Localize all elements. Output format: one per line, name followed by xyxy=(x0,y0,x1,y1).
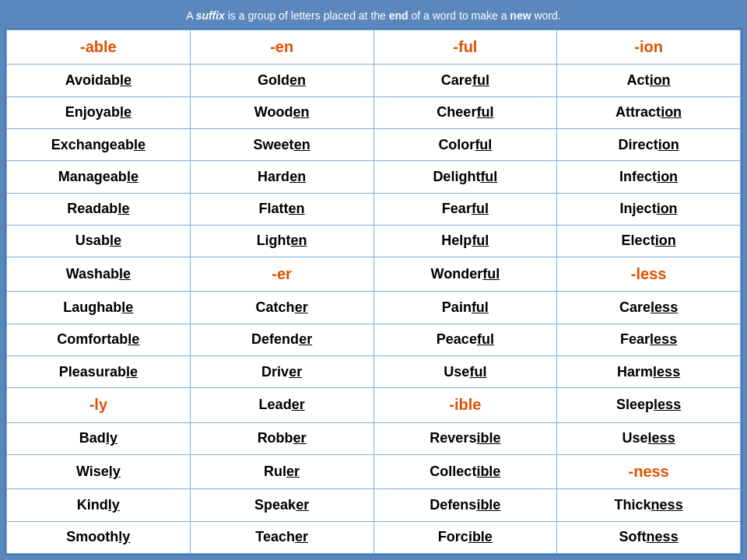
table-cell: Softness xyxy=(557,521,741,553)
word-suffix: ion xyxy=(657,201,678,216)
word-prefix: Infect xyxy=(619,169,657,184)
word-suffix: ly xyxy=(118,529,130,544)
table-cell: Useful xyxy=(374,356,557,388)
table-cell: Comfortable xyxy=(7,324,191,355)
subtitle-suffix-word: suffix xyxy=(196,9,225,22)
table-cell: Smoothly xyxy=(7,521,191,553)
table-cell: Usable xyxy=(7,225,191,257)
word-prefix: Comfortab xyxy=(57,331,128,347)
word-prefix: Gold xyxy=(258,72,289,88)
table-cell: Reversible xyxy=(374,422,557,454)
word-prefix: Catch xyxy=(256,299,295,315)
table-cell: Injection xyxy=(557,193,741,225)
table-cell: Action xyxy=(557,65,741,96)
word-prefix: Speak xyxy=(254,497,296,513)
table-cell: -ly xyxy=(7,388,191,422)
word-prefix: Defens xyxy=(430,497,476,513)
word-prefix: Use xyxy=(444,364,469,380)
word-prefix: Kind xyxy=(77,497,108,513)
word-suffix: er xyxy=(296,497,309,513)
column-header: -able xyxy=(7,30,191,65)
table-cell: Delightful xyxy=(374,161,557,193)
word-suffix: en xyxy=(289,201,305,216)
subtitle-end-word: end xyxy=(389,9,409,22)
column-header: -en xyxy=(190,30,374,65)
word-prefix: Care xyxy=(619,299,651,315)
word-prefix: Collect xyxy=(430,464,476,479)
subtitle: A suffix is a group of letters placed at… xyxy=(5,9,742,22)
word-prefix: Readab xyxy=(67,201,117,216)
word-prefix: Rul xyxy=(264,464,286,479)
word-suffix: less xyxy=(653,364,680,380)
table-cell: Defender xyxy=(190,324,374,355)
word-suffix: ion xyxy=(650,72,671,88)
word-suffix: en xyxy=(293,104,309,120)
word-suffix: er xyxy=(293,430,307,446)
table-cell: -ible xyxy=(374,388,557,422)
word-suffix: ible xyxy=(476,497,500,513)
table-cell: Wonderful xyxy=(374,257,557,292)
table-cell: Attraction xyxy=(557,96,741,128)
word-suffix: ible xyxy=(476,464,500,479)
word-prefix: Use xyxy=(622,430,648,446)
word-prefix: Fear xyxy=(442,201,472,216)
table-cell: -ness xyxy=(557,454,741,488)
table-cell: Teacher xyxy=(190,521,374,553)
word-suffix: er xyxy=(286,464,300,479)
table-cell: Harmless xyxy=(557,356,741,388)
table-cell: Avoidable xyxy=(7,65,191,96)
table-cell: Cheerful xyxy=(374,96,557,128)
table-cell: Driver xyxy=(190,356,374,388)
word-prefix: Wise xyxy=(76,464,109,479)
word-suffix: en xyxy=(291,233,307,248)
word-prefix: Lead xyxy=(259,397,292,412)
table-cell: Election xyxy=(557,225,741,257)
table-cell: Lighten xyxy=(190,225,374,257)
table-cell: Washable xyxy=(7,257,191,292)
table-cell: Harden xyxy=(190,161,374,193)
table-cell: Readable xyxy=(7,193,191,225)
table-cell: Golden xyxy=(190,65,374,96)
table-cell: Ruler xyxy=(190,454,374,488)
table-cell: Colorful xyxy=(374,128,557,160)
word-suffix: le xyxy=(127,169,139,184)
table-cell: Leader xyxy=(190,388,374,422)
word-prefix: Light xyxy=(257,233,291,248)
table-cell: Careful xyxy=(374,65,557,96)
word-suffix: ion xyxy=(657,169,678,184)
word-suffix: le xyxy=(110,233,121,248)
word-prefix: Usab xyxy=(75,233,110,248)
word-prefix: Wonder xyxy=(431,266,483,282)
word-prefix: Peace xyxy=(437,331,477,347)
table-cell: Catcher xyxy=(190,292,374,324)
word-prefix: Direct xyxy=(619,137,658,152)
word-prefix: Pain xyxy=(442,299,472,315)
word-suffix: ly xyxy=(109,464,121,479)
word-suffix: en xyxy=(294,137,310,152)
table-cell: Direction xyxy=(557,128,741,160)
table-cell: Fearful xyxy=(374,193,557,225)
word-suffix: ible xyxy=(468,529,493,544)
word-prefix: Fear xyxy=(620,331,650,347)
word-suffix: en xyxy=(289,169,306,184)
word-suffix: ful xyxy=(472,201,489,216)
word-prefix: Color xyxy=(438,137,475,152)
word-suffix: ful xyxy=(480,169,497,184)
word-prefix: Help xyxy=(441,233,472,248)
table-cell: Thickness xyxy=(557,489,741,521)
word-prefix: Thick xyxy=(615,497,651,513)
table-cell: Sleepless xyxy=(557,388,741,422)
word-prefix: Inject xyxy=(620,201,657,216)
word-suffix: ness xyxy=(647,529,679,544)
table-cell: Defensible xyxy=(374,489,557,521)
table-cell: Badly xyxy=(7,422,191,454)
table-cell: Robber xyxy=(190,422,374,454)
word-suffix: less xyxy=(651,299,678,315)
word-prefix: Care xyxy=(441,72,472,88)
word-prefix: Pleasurab xyxy=(59,364,126,380)
word-suffix: le xyxy=(134,137,146,152)
table-cell: Collectible xyxy=(374,454,557,488)
word-prefix: Soft xyxy=(619,529,647,544)
word-suffix: ful xyxy=(472,299,489,315)
table-cell: Helpful xyxy=(374,225,557,257)
